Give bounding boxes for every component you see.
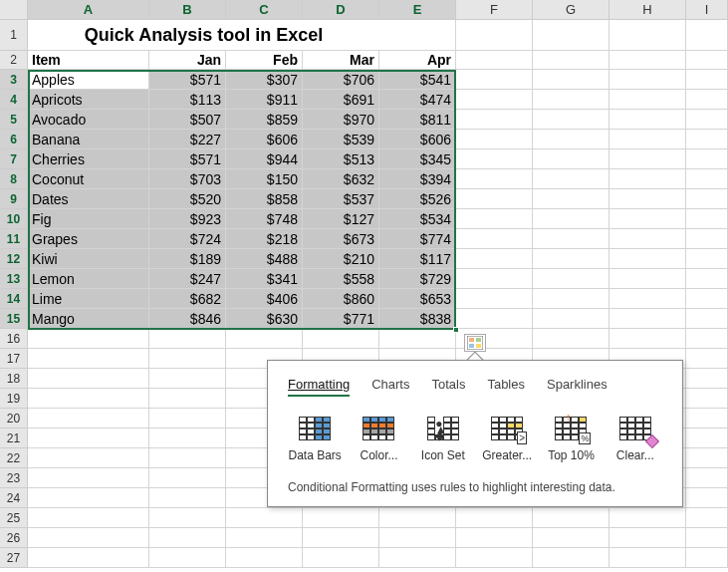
cell-value[interactable]: $682 [149,289,226,309]
cell[interactable] [28,528,149,548]
cell[interactable] [149,468,226,488]
row-header[interactable]: 13 [0,269,28,289]
row-header[interactable]: 23 [0,468,28,488]
col-header-D[interactable]: D [303,0,379,20]
cell-value[interactable]: $774 [379,229,456,249]
select-all-corner[interactable] [0,0,28,20]
cell-value[interactable]: $653 [379,289,456,309]
cell[interactable] [686,70,728,90]
cell[interactable] [609,269,686,289]
header-apr[interactable]: Apr [379,51,456,70]
cell-value[interactable]: $724 [149,229,226,249]
cell[interactable] [149,548,226,568]
cell[interactable] [609,110,686,130]
header-jan[interactable]: Jan [149,51,226,70]
cell[interactable] [226,508,303,528]
cell[interactable] [149,349,226,369]
qa-tab-tables[interactable]: Tables [487,377,525,397]
cell-value[interactable]: $630 [226,309,303,329]
cell-value[interactable]: $632 [303,169,379,189]
cell[interactable] [149,389,226,409]
qa-option-colorscale[interactable]: Color... [352,415,405,462]
cell-value[interactable]: $541 [379,70,456,90]
col-header-A[interactable]: A [28,0,149,20]
cell[interactable] [609,209,686,229]
cell[interactable] [28,369,149,389]
cell[interactable] [456,20,533,51]
cell[interactable] [609,189,686,209]
cell[interactable] [379,329,456,349]
cell[interactable] [533,51,609,70]
row-header[interactable]: 22 [0,448,28,468]
row-header[interactable]: 3 [0,70,28,90]
cell[interactable] [686,468,728,488]
cell[interactable] [226,329,303,349]
qa-tab-sparklines[interactable]: Sparklines [547,377,607,397]
cell[interactable] [149,488,226,508]
cell-value[interactable]: $210 [303,249,379,269]
col-header-G[interactable]: G [533,0,609,20]
cell[interactable] [456,269,533,289]
cell-value[interactable]: $571 [149,70,226,90]
row-header[interactable]: 9 [0,189,28,209]
cell[interactable] [533,309,609,329]
cell-value[interactable]: $729 [379,269,456,289]
cell[interactable] [686,528,728,548]
cell-item[interactable]: Apples [28,70,149,90]
row-header[interactable]: 11 [0,229,28,249]
qa-option-iconset[interactable]: ●▲◆Icon Set [416,415,470,462]
cell[interactable] [456,508,533,528]
row-header[interactable]: 20 [0,409,28,429]
cell-value[interactable]: $911 [226,90,303,110]
cell[interactable] [456,309,533,329]
cell-value[interactable]: $394 [379,169,456,189]
cell-value[interactable]: $247 [149,269,226,289]
cell[interactable] [533,229,609,249]
row-header[interactable]: 12 [0,249,28,269]
cell[interactable] [533,508,609,528]
cell-value[interactable]: $341 [226,269,303,289]
cell-item[interactable]: Lemon [28,269,149,289]
header-mar[interactable]: Mar [303,51,379,70]
cell[interactable] [303,329,379,349]
cell[interactable] [686,20,728,51]
cell-item[interactable]: Avocado [28,110,149,130]
cell[interactable] [533,528,609,548]
cell-value[interactable]: $218 [226,229,303,249]
cell[interactable] [686,508,728,528]
cell[interactable] [533,149,609,169]
cell[interactable] [609,169,686,189]
cell[interactable] [609,20,686,51]
row-header[interactable]: 19 [0,389,28,409]
cell-value[interactable]: $944 [226,149,303,169]
cell-value[interactable]: $537 [303,189,379,209]
cell[interactable] [686,389,728,409]
row-header[interactable]: 17 [0,349,28,369]
cell-item[interactable]: Fig [28,209,149,229]
cell-value[interactable]: $838 [379,309,456,329]
qa-option-clear[interactable]: Clear... [608,415,662,462]
cell[interactable] [609,329,686,349]
cell[interactable] [456,229,533,249]
cell[interactable] [686,189,728,209]
cell[interactable] [609,149,686,169]
cell[interactable] [609,51,686,70]
cell[interactable] [533,110,609,130]
row-header[interactable]: 8 [0,169,28,189]
cell[interactable] [379,20,456,51]
cell-value[interactable]: $858 [226,189,303,209]
cell[interactable] [149,448,226,468]
cell-item[interactable]: Dates [28,189,149,209]
cell[interactable] [456,130,533,149]
cell-item[interactable]: Coconut [28,169,149,189]
cell-value[interactable]: $406 [226,289,303,309]
cell[interactable] [533,130,609,149]
row-header[interactable]: 25 [0,508,28,528]
cell[interactable] [379,548,456,568]
cell[interactable] [686,329,728,349]
cell[interactable] [456,528,533,548]
cell-value[interactable]: $539 [303,130,379,149]
cell-value[interactable]: $748 [226,209,303,229]
cell[interactable] [686,90,728,110]
cell[interactable] [533,249,609,269]
